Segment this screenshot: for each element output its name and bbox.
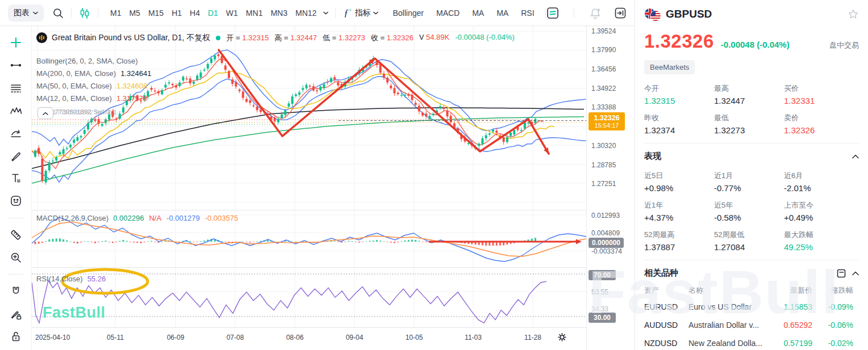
- magnet-icon[interactable]: [6, 282, 26, 301]
- pane-divider[interactable]: [32, 267, 635, 268]
- time-axis[interactable]: 2025-04-1005-1106-0907-0808-0609-0410-05…: [32, 328, 586, 350]
- favorite-star-icon[interactable]: [848, 9, 859, 20]
- timeframe-h4[interactable]: H4: [186, 6, 204, 20]
- candlestick-chart-icon[interactable]: [76, 5, 93, 22]
- toolbar-separator: [98, 8, 98, 18]
- toolbar-separator: [335, 8, 336, 18]
- related-row-NZDUSD[interactable]: NZDUSDNew Zealand Dolla...0.57199-0.02%: [644, 334, 859, 350]
- brush-icon[interactable]: [6, 146, 26, 165]
- fastbull-chart-app: 图表 M1M5M15H1H4D1W1MN1MN3MN12 ƒ+ 指标 Bolli…: [0, 0, 868, 350]
- chart-menu-label: 图表: [14, 8, 30, 18]
- pane-divider[interactable]: [32, 210, 635, 210]
- timeframe-more-chevron-icon[interactable]: [320, 5, 331, 22]
- layout-icon[interactable]: [544, 5, 561, 22]
- tool-separator: [9, 274, 23, 275]
- timeframe-m15[interactable]: M15: [144, 6, 168, 20]
- rsi-mid-tick: 53.55: [591, 288, 608, 296]
- ohlc-values: 开 = 1.32315高 = 1.32447低 = 1.32273收 = 1.3…: [226, 33, 515, 43]
- quote-stat-昨收: 昨收1.32374: [644, 113, 714, 135]
- bollinger-legend[interactable]: Bollinger(26, 0, 2, SMA, Close): [36, 57, 137, 65]
- indicator-shortcut-macd[interactable]: MACD: [430, 6, 466, 20]
- indicator-shortcut-rsi[interactable]: RSI: [515, 6, 540, 20]
- timeframe-mn3[interactable]: MN3: [266, 6, 291, 20]
- related-header[interactable]: 相关品种: [644, 268, 859, 279]
- performance-header[interactable]: 表现: [644, 151, 859, 162]
- timeframe-h1[interactable]: H1: [168, 6, 186, 20]
- rsi-legend[interactable]: RSI(14,Close) 55.26: [36, 275, 106, 283]
- timeframe-m5[interactable]: M5: [125, 6, 144, 20]
- related-symbols-table: 资产名称最新价涨跌幅EURUSDEuro vs US Dollar1.15853…: [644, 283, 859, 350]
- indicators-menu-label: 指标: [354, 8, 370, 18]
- quote-stats-grid: 今开1.32315最高1.32447买价1.32331昨收1.32374最低1.…: [644, 83, 859, 135]
- related-table-header: 资产名称最新价涨跌幅: [644, 283, 859, 298]
- news-panel-icon[interactable]: [836, 268, 846, 279]
- price-change: -0.00048 (-0.04%): [721, 40, 790, 49]
- zoom-in-icon[interactable]: [6, 248, 26, 267]
- timeframe-list: M1M5M15H1H4D1W1MN1MN3MN12: [106, 6, 320, 20]
- rsi-hidden-tick: 34.33: [591, 305, 608, 313]
- price-scale[interactable]: 1.395241.379901.364561.349221.333881.303…: [587, 26, 635, 350]
- text-tool-icon[interactable]: [6, 169, 26, 188]
- ma-legend[interactable]: MA(200, 0, EMA, Close)1.324641: [36, 69, 151, 78]
- date-label: 11-03: [465, 334, 482, 341]
- trend-line-icon[interactable]: [6, 56, 26, 75]
- chart-menu-button[interactable]: 图表: [8, 5, 44, 22]
- gbp-coin-icon: [36, 32, 47, 43]
- drawing-toolbar: [0, 26, 32, 350]
- date-label: 05-11: [107, 334, 124, 341]
- macd-tick: 0.004809: [591, 229, 620, 237]
- perf-stat-近6月: 近6月-2.01%: [784, 171, 854, 193]
- ruler-icon[interactable]: [6, 226, 26, 244]
- change-item: -0.00048 (-0.04%): [455, 33, 515, 43]
- brush-lock-icon[interactable]: [6, 305, 26, 323]
- indicator-shortcut-bollinger[interactable]: Bollinger: [386, 6, 429, 20]
- lock-icon[interactable]: [6, 327, 26, 346]
- alert-bell-icon[interactable]: [587, 5, 604, 22]
- symbol-title: Great Britain Pound vs US Dollar, D1, 不复…: [52, 33, 210, 43]
- performance-grid: 近5日+0.98%近1月-0.77%近6月-2.01%近1年+4.37%近5年-…: [644, 171, 859, 252]
- crosshair-plus-icon[interactable]: [6, 33, 26, 52]
- settings-gear-icon[interactable]: [557, 332, 567, 344]
- timeframe-d1[interactable]: D1: [204, 6, 222, 20]
- macd-tick: 0.012993: [591, 212, 620, 220]
- search-icon[interactable]: [49, 5, 66, 22]
- related-row-EURUSD[interactable]: EURUSDEuro vs US Dollar1.15853-0.09%: [644, 298, 859, 316]
- legend-collapse-button[interactable]: [37, 107, 53, 119]
- price-tick: 1.36456: [591, 65, 616, 73]
- perf-stat-52周最高: 52周最高1.37887: [644, 230, 714, 252]
- date-label: 10-05: [406, 334, 423, 341]
- indicator-shortcut-ma[interactable]: MA: [466, 6, 490, 20]
- timeframe-mn12[interactable]: MN12: [291, 6, 320, 20]
- wave-pattern-icon[interactable]: [6, 102, 26, 120]
- top-toolbar: 图表 M1M5M15H1H4D1W1MN1MN3MN12 ƒ+ 指标 Bolli…: [0, 0, 635, 26]
- fib-lines-icon[interactable]: [6, 79, 26, 98]
- rsi-pane[interactable]: [32, 268, 586, 327]
- macd-legend[interactable]: MACD(12,26,9,Close) 0.002296N/A-0.001279…: [36, 214, 238, 222]
- quote-stat-最高: 最高1.32447: [714, 83, 784, 106]
- related-row-AUDUSD[interactable]: AUDUSDAustralian Dollar v...0.65292-0.06…: [644, 316, 859, 334]
- collapse-panel-icon[interactable]: [612, 5, 629, 22]
- price-pane[interactable]: [32, 26, 586, 210]
- ma-legend[interactable]: MA(12, 0, EMA, Close)1.317578: [36, 94, 147, 103]
- symbol-legend: Great Britain Pound vs US Dollar, D1, 不复…: [36, 32, 515, 43]
- timeframe-w1[interactable]: W1: [222, 6, 242, 20]
- emoji-sticker-icon[interactable]: [6, 192, 26, 210]
- ohlc-item: 低 = 1.32273: [323, 33, 365, 43]
- toolbar-separator: [71, 8, 72, 18]
- volume-item: V 54.89K: [419, 33, 450, 43]
- ohlc-item: 收 = 1.32326: [371, 33, 414, 43]
- date-label: 08-06: [286, 334, 304, 341]
- indicator-shortcut-ma[interactable]: MA: [490, 6, 515, 20]
- chevron-up-icon[interactable]: [852, 271, 859, 276]
- timeframe-mn1[interactable]: MN1: [242, 6, 267, 20]
- chevron-up-icon[interactable]: [852, 154, 859, 159]
- broker-badge[interactable]: BeeMarkets: [644, 60, 695, 74]
- market-open-dot: [216, 36, 220, 40]
- macd-value: -0.001279: [166, 214, 200, 222]
- indicators-menu-button[interactable]: ƒ+ 指标: [340, 7, 382, 19]
- rsi-value: 55.26: [87, 275, 106, 283]
- ohlc-item: 开 = 1.32315: [226, 33, 269, 43]
- curve-arrow-icon[interactable]: [6, 124, 26, 142]
- ma-legend[interactable]: MA(50, 0, EMA, Close)1.324608: [36, 82, 147, 90]
- timeframe-m1[interactable]: M1: [106, 6, 125, 20]
